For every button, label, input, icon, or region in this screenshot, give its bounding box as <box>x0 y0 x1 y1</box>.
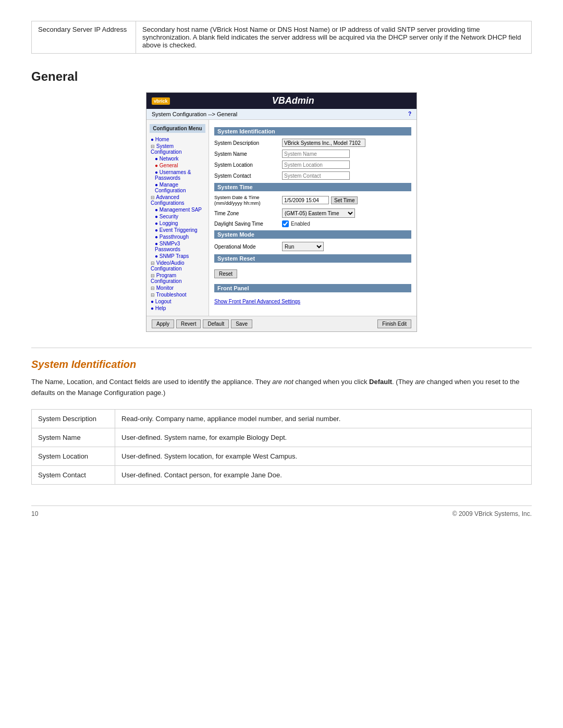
dst-checkbox-label: Enabled <box>282 220 310 227</box>
input-system-name[interactable] <box>282 150 350 158</box>
set-time-button[interactable]: Set Time <box>331 196 358 204</box>
front-panel-bar: Front Panel <box>214 284 411 292</box>
sidebar-item-mgmt-sap[interactable]: ● Management SAP <box>150 206 205 213</box>
sidebar-item-video-audio[interactable]: ⊟ Video/Audio Configuration <box>150 260 205 272</box>
field-system-location-desc: User-defined. System location, for examp… <box>115 447 532 465</box>
apply-button[interactable]: Apply <box>152 319 174 328</box>
help-icon[interactable]: ? <box>408 111 411 117</box>
sidebar-item-manage-config[interactable]: ● Manage Configuration <box>150 181 205 194</box>
page-number: 10 <box>31 510 38 517</box>
sidebar-item-system-config[interactable]: ⊟ System Configuration <box>150 143 205 155</box>
table-row: System Description Read-only. Company na… <box>32 409 532 428</box>
front-panel-section: Show Front Panel Advanced Settings <box>214 295 411 307</box>
field-system-contact-label: System Contact <box>32 465 115 484</box>
input-system-location[interactable] <box>282 161 350 169</box>
vbadmin-title: VBAdmin <box>175 95 411 106</box>
vbrick-logo: vbrick <box>152 97 170 105</box>
vbadmin-header: vbrick VBAdmin <box>146 93 417 109</box>
form-row-operational-mode: Operational Mode Run Standby <box>214 242 411 251</box>
secondary-server-table: Secondary Server IP Address Secondary ho… <box>31 21 532 54</box>
finish-edit-button[interactable]: Finish Edit <box>377 319 411 328</box>
dst-label-text: Enabled <box>291 221 310 227</box>
front-panel-link[interactable]: Show Front Panel Advanced Settings <box>214 299 300 304</box>
sys-id-ref-table: System Description Read-only. Company na… <box>31 409 532 485</box>
revert-button[interactable]: Revert <box>176 319 201 328</box>
field-system-location-label: System Location <box>32 447 115 465</box>
form-row-system-datetime: System Date & Time(mm/dd/yyyy hh:mm) Set… <box>214 194 411 206</box>
sys-id-heading: System Identification <box>31 359 532 371</box>
label-system-name: System Name <box>214 151 282 157</box>
sidebar-item-logging[interactable]: ● Logging <box>150 220 205 227</box>
checkbox-dst[interactable] <box>282 220 289 227</box>
default-button[interactable]: Default <box>203 319 229 328</box>
sidebar-item-general[interactable]: ● General <box>150 162 205 169</box>
field-system-description-label: System Description <box>32 409 115 428</box>
sidebar-item-passthrough[interactable]: ● Passthrough <box>150 233 205 240</box>
system-mode-bar: System Mode <box>214 230 411 239</box>
divider <box>31 348 532 348</box>
label-operational-mode: Operational Mode <box>214 244 282 250</box>
sidebar-item-security[interactable]: ● Security <box>150 213 205 220</box>
secondary-server-label: Secondary Server IP Address <box>32 21 136 54</box>
nav-breadcrumb: System Configuration --> General ? <box>146 109 417 120</box>
label-system-location: System Location <box>214 162 282 168</box>
form-row-timezone: Time Zone (GMT-05) Eastern Time (GMT-06)… <box>214 208 411 218</box>
form-row-system-description: System Description <box>214 139 411 147</box>
select-operational-mode[interactable]: Run Standby <box>282 242 324 251</box>
system-identification-bar: System Identification <box>214 127 411 135</box>
breadcrumb-text: System Configuration --> General <box>152 111 237 117</box>
sidebar-item-snmpv3[interactable]: ● SNMPv3 Passwords <box>150 240 205 253</box>
sidebar-item-help[interactable]: ● Help <box>150 305 205 312</box>
table-row: System Name User-defined. System name, f… <box>32 428 532 447</box>
table-row: System Contact User-defined. Contact per… <box>32 465 532 484</box>
form-row-system-contact: System Contact <box>214 171 411 180</box>
sidebar-item-usernames[interactable]: ● Usernames & Passwords <box>150 169 205 181</box>
form-row-dst: Daylight Saving Time Enabled <box>214 220 411 227</box>
sidebar-item-troubleshoot[interactable]: ⊟ Troubleshoot <box>150 291 205 298</box>
copyright: © 2009 VBrick Systems, Inc. <box>452 510 532 517</box>
ui-panel: vbrick VBAdmin System Configuration --> … <box>146 92 417 332</box>
sidebar: Configuration Menu ● Home ⊟ System Confi… <box>146 120 209 316</box>
select-timezone[interactable]: (GMT-05) Eastern Time (GMT-06) Central T… <box>282 208 355 218</box>
sidebar-item-advanced-config[interactable]: ⊟ Advanced Configurations <box>150 194 205 206</box>
sidebar-item-home[interactable]: ● Home <box>150 136 205 143</box>
sidebar-title: Configuration Menu <box>150 124 205 133</box>
sidebar-item-logout[interactable]: ● Logout <box>150 298 205 305</box>
reset-button[interactable]: Reset <box>214 269 237 278</box>
save-button[interactable]: Save <box>231 319 252 328</box>
system-time-bar: System Time <box>214 183 411 191</box>
table-row: System Location User-defined. System loc… <box>32 447 532 465</box>
form-row-system-location: System Location <box>214 161 411 169</box>
secondary-server-description: Secondary host name (VBrick Host Name or… <box>136 21 532 54</box>
label-system-datetime: System Date & Time(mm/dd/yyyy hh:mm) <box>214 194 282 206</box>
input-system-contact[interactable] <box>282 171 350 180</box>
input-system-description <box>282 139 365 147</box>
input-system-datetime[interactable] <box>282 196 329 204</box>
field-system-description-desc: Read-only. Company name, appliance model… <box>115 409 532 428</box>
general-heading: General <box>31 69 532 84</box>
sidebar-item-network[interactable]: ● Network <box>150 155 205 162</box>
bottom-buttons: Apply Revert Default Save Finish Edit <box>146 316 417 331</box>
label-dst: Daylight Saving Time <box>214 221 282 227</box>
label-system-contact: System Contact <box>214 173 282 179</box>
label-system-description: System Description <box>214 140 282 146</box>
sys-id-description: The Name, Location, and Contact fields a… <box>31 377 532 399</box>
label-timezone: Time Zone <box>214 211 282 216</box>
sidebar-item-monitor[interactable]: ⊟ Monitor <box>150 285 205 291</box>
system-reset-bar: System Reset <box>214 254 411 263</box>
field-system-name-label: System Name <box>32 428 115 447</box>
sidebar-item-event-triggering[interactable]: ● Event Triggering <box>150 227 205 233</box>
field-system-contact-desc: User-defined. Contact person, for exampl… <box>115 465 532 484</box>
reset-section: Reset <box>214 266 411 281</box>
field-system-name-desc: User-defined. System name, for example B… <box>115 428 532 447</box>
sidebar-item-snmp-traps[interactable]: ● SNMP Traps <box>150 253 205 260</box>
sidebar-item-program-config[interactable]: ⊟ Program Configuration <box>150 272 205 285</box>
form-area: System Identification System Description… <box>209 120 417 316</box>
footer: 10 © 2009 VBrick Systems, Inc. <box>31 505 532 517</box>
ui-content: Configuration Menu ● Home ⊟ System Confi… <box>146 120 417 316</box>
form-row-system-name: System Name <box>214 150 411 158</box>
